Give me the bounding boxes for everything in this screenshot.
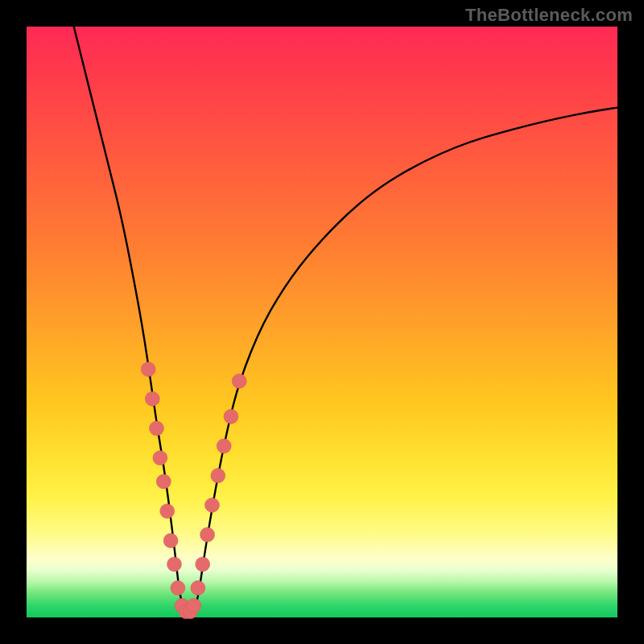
- right-branch-dot: [232, 374, 246, 388]
- right-branch-dot: [205, 498, 220, 513]
- left-branch-dot: [171, 580, 185, 595]
- left-branch-dot: [153, 451, 167, 465]
- left-branch-dot: [167, 557, 182, 572]
- plot-area: [27, 27, 617, 617]
- right-branch-dot: [191, 580, 205, 595]
- watermark-text: TheBottleneck.com: [465, 5, 633, 26]
- left-branch-dot: [160, 504, 175, 518]
- bottom-dot: [187, 598, 201, 613]
- left-branch-dot: [163, 534, 178, 548]
- right-branch-dot: [211, 469, 225, 483]
- right-branch-dot: [200, 527, 215, 542]
- chart-svg: [27, 27, 617, 617]
- right-branch-dot: [217, 439, 231, 453]
- marker-dots-group: [141, 362, 246, 619]
- right-branch-dot: [196, 557, 210, 572]
- left-branch-dot: [150, 421, 164, 436]
- left-branch-dot: [145, 391, 159, 406]
- left-branch-dot: [156, 474, 171, 489]
- bottleneck-curve: [74, 27, 617, 612]
- right-branch-dot: [224, 409, 238, 423]
- left-branch-dot: [141, 362, 155, 377]
- chart-frame: TheBottleneck.com: [0, 0, 644, 644]
